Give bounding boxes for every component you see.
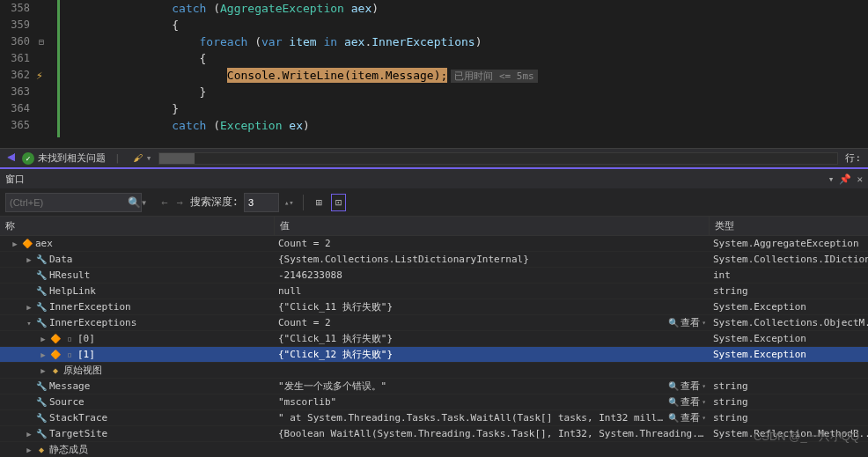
row-type: System.Exception (713, 349, 806, 360)
table-row[interactable]: ▶🔶▫[1]{"Click_12 执行失败"}System.Exception (0, 347, 868, 363)
close-icon[interactable]: ✕ (857, 173, 863, 185)
bug-icon: 🔶 (49, 333, 62, 345)
row-value: -2146233088 (278, 269, 342, 281)
row-name: 原始视图 (63, 364, 102, 377)
panel-titlebar[interactable]: 窗口 ▾ 📌 ✕ (0, 169, 868, 188)
row-value: "mscorlib" (278, 396, 336, 408)
row-name: HelpLink (49, 285, 96, 297)
current-statement: Console.WriteLine(item.Message); (227, 68, 447, 83)
tool-btn-2[interactable]: ⊡ (331, 194, 346, 211)
row-name: [1] (77, 349, 95, 360)
header-value[interactable]: 值 (275, 217, 710, 235)
table-row[interactable]: 🔧Message"发生一个或多个错误。"🔍查看▾string (0, 379, 868, 394)
row-value: "发生一个或多个错误。" (278, 380, 386, 393)
view-button[interactable]: 🔍查看▾ (668, 380, 706, 393)
search-input[interactable] (5, 193, 142, 212)
row-value: {"Click_11 执行失败"} (278, 300, 393, 313)
horizontal-scrollbar[interactable] (158, 152, 838, 165)
table-row[interactable]: ▶🔶▫[0]{"Click_11 执行失败"}System.Exception (0, 331, 868, 347)
view-button[interactable]: 🔍查看▾ (668, 411, 706, 424)
row-name: Source (49, 396, 85, 408)
row-type: string (713, 412, 748, 424)
row-type: string (713, 380, 748, 392)
fold-toggle-icon[interactable]: ⊟ (39, 37, 44, 47)
row-value: {"Click_12 执行失败"} (278, 348, 393, 361)
issues-ok-icon: ✓ (22, 152, 34, 165)
table-row[interactable]: ▶◆静态成员 (0, 442, 868, 457)
row-value: null (278, 285, 302, 297)
expand-icon[interactable]: ▶ (39, 350, 48, 359)
row-type: System.Exception (713, 333, 806, 344)
table-row[interactable]: 🔧HResult-2146233088int (0, 268, 868, 284)
row-type: System.Collections.IDictiona... (713, 254, 868, 265)
nav-fwd-icon[interactable]: → (174, 196, 184, 209)
row-value: {System.Collections.ListDictionaryIntern… (278, 254, 529, 265)
table-row[interactable]: ▶🔧TargetSite{Boolean WaitAll(System.Thre… (0, 426, 868, 442)
view-button[interactable]: 🔍查看▾ (668, 395, 706, 409)
grid-header[interactable]: 称 值 类型 (0, 217, 868, 236)
code-area[interactable]: catch (AggregateException aex) { foreach… (57, 0, 868, 148)
expand-icon[interactable]: ▾ (25, 319, 33, 328)
dropdown-icon[interactable]: ▾ (828, 173, 835, 185)
brackets-icon: ▫ (63, 349, 76, 361)
cls-icon: ◆ (49, 365, 62, 377)
panel-toolbar: 🔍▾ ← → 搜索深度: ▴▾ ⊞ ⊡ (0, 188, 868, 217)
prop-icon: 🔧 (35, 285, 48, 298)
prop-icon: 🔧 (35, 412, 48, 424)
row-type: System.Collections.ObjectM... (713, 317, 868, 328)
header-type[interactable]: 类型 (710, 217, 868, 235)
prop-icon: 🔧 (35, 380, 48, 393)
prop-icon: 🔧 (35, 254, 48, 266)
table-row[interactable]: ▶◆原始视图 (0, 363, 868, 379)
cls-icon: ◆ (35, 444, 48, 456)
row-name: Data (49, 254, 73, 265)
expand-icon[interactable]: ▶ (39, 335, 48, 343)
expand-icon[interactable]: ▶ (25, 430, 33, 439)
row-type: System.AggregateException (713, 238, 859, 249)
brush-icon[interactable]: 🖌 (133, 152, 143, 164)
row-type: System.Exception (713, 301, 806, 313)
expand-icon[interactable]: ▶ (39, 366, 48, 375)
watermark: CSDN @_一只小QQ (754, 429, 859, 445)
pin-icon[interactable]: 📌 (839, 173, 851, 185)
issues-text[interactable]: 未找到相关问题 (38, 151, 106, 165)
watch-panel: 窗口 ▾ 📌 ✕ 🔍▾ ← → 搜索深度: ▴▾ ⊞ ⊡ 称 值 类型 ▶🔶ae… (0, 167, 868, 457)
code-editor[interactable]: 358359360361362363364365 ⊟ catch (Aggreg… (0, 0, 868, 148)
bug-icon: 🔶 (21, 238, 33, 250)
expand-icon[interactable]: ▶ (25, 303, 33, 312)
prop-icon: 🔧 (35, 428, 48, 440)
table-row[interactable]: ▶🔶aexCount = 2System.AggregateException (0, 236, 868, 252)
header-name[interactable]: 称 (0, 217, 275, 235)
expand-icon[interactable]: ▶ (11, 240, 19, 248)
table-row[interactable]: ▶🔧InnerException{"Click_11 执行失败"}System.… (0, 299, 868, 315)
table-row[interactable]: 🔧HelpLinknullstring (0, 284, 868, 299)
table-row[interactable]: 🔧StackTrace" at System.Threading.Tasks.T… (0, 410, 868, 426)
search-icon[interactable]: 🔍▾ (128, 196, 147, 209)
nav-back-icon[interactable]: ← (159, 196, 169, 209)
row-name: StackTrace (49, 412, 107, 424)
depth-input[interactable] (244, 193, 279, 212)
tool-btn-1[interactable]: ⊞ (313, 195, 326, 210)
row-name: TargetSite (49, 428, 107, 439)
row-name: 静态成员 (49, 443, 88, 456)
row-name: InnerExceptions (49, 317, 136, 328)
line-col-label: 行: (845, 151, 861, 165)
grid-body[interactable]: ▶🔶aexCount = 2System.AggregateException▶… (0, 236, 868, 457)
line-gutter: 358359360361362363364365 (0, 0, 35, 148)
row-type: string (713, 285, 748, 297)
row-value: " at System.Threading.Tasks.Task.WaitAll… (278, 412, 668, 424)
panel-title-text: 窗口 (5, 173, 25, 186)
row-value: Count = 2 (278, 238, 331, 249)
brackets-icon: ▫ (63, 333, 76, 345)
expand-icon[interactable]: ▶ (25, 446, 33, 454)
nav-left-icon[interactable]: ⯇ (7, 152, 17, 164)
row-name: InnerException (49, 301, 131, 313)
expand-icon[interactable]: ▶ (25, 255, 33, 264)
table-row[interactable]: ▾🔧InnerExceptionsCount = 2🔍查看▾System.Col… (0, 315, 868, 331)
depth-label: 搜索深度: (190, 195, 239, 210)
table-row[interactable]: ▶🔧Data{System.Collections.ListDictionary… (0, 252, 868, 268)
view-button[interactable]: 🔍查看▾ (668, 316, 706, 329)
bug-icon: 🔶 (49, 349, 62, 361)
row-name: Message (49, 380, 90, 392)
table-row[interactable]: 🔧Source"mscorlib"🔍查看▾string (0, 394, 868, 410)
